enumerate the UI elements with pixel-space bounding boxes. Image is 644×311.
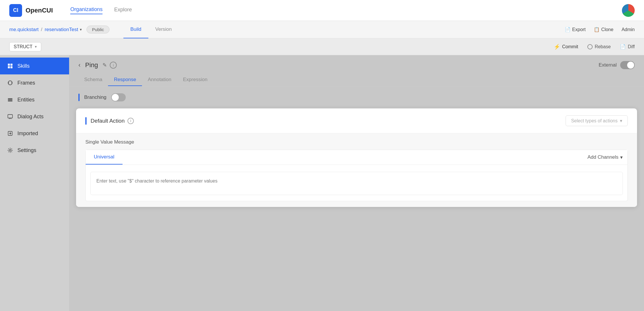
main-panel: Default Action i Select types of actions… [76,108,637,207]
struct-select[interactable]: STRUCT ▾ [9,42,41,51]
imported-icon [7,130,13,137]
top-nav-right [622,4,635,17]
sidebar-item-settings[interactable]: Settings [0,142,69,159]
app-name: OpenCUI [26,7,53,14]
svg-rect-9 [8,101,12,101]
top-nav-links: Organizations Explore [70,6,132,14]
toggle-knob [627,62,634,69]
svg-rect-2 [8,66,10,68]
svg-rect-7 [8,98,12,99]
channel-tabs: Universal Add Channels ▾ [86,150,627,165]
content-tabs: Schema Response Annotation Expression [69,69,644,86]
chevron-down-icon: ▾ [80,27,82,32]
logo-area: CI OpenCUI [9,4,53,17]
sidebar-item-skills[interactable]: Skills [0,58,69,74]
logo-icon: CI [9,4,22,17]
diff-button[interactable]: 📄 Diff [620,44,635,49]
top-nav: CI OpenCUI Organizations Explore [0,0,644,21]
back-button[interactable]: ‹ [78,61,80,69]
admin-button[interactable]: Admin [622,27,635,32]
export-button[interactable]: 📄 Export [565,27,586,32]
message-input[interactable] [90,172,623,195]
svg-point-6 [11,82,12,83]
rebase-button[interactable]: Rebase [587,44,611,49]
select-actions-placeholder: Select types of actions [571,118,618,124]
clone-icon: 📋 [594,27,600,32]
export-icon: 📄 [565,27,571,32]
branching-toggle[interactable] [111,93,126,101]
dialog-acts-icon [7,113,13,120]
svm-title: Single Value Message [85,139,628,145]
tab-universal[interactable]: Universal [86,150,123,165]
nav-link-explore[interactable]: Explore [114,7,132,14]
breadcrumb-bar: me.quickstart / reservationTest ▾ Public… [0,21,644,38]
breadcrumb-right-actions: 📄 Export 📋 Clone Admin [565,27,635,32]
sidebar-item-frames[interactable]: Frames [0,74,69,91]
toolbar: STRUCT ▾ ⚡ Commit Rebase 📄 Diff [0,38,644,55]
svg-rect-3 [10,66,12,68]
content-area: ‹ Ping ✎ i External Schema Response Anno… [69,55,644,311]
breadcrumb-project[interactable]: reservationTest ▾ [45,27,82,33]
default-action-bar [85,117,87,125]
breadcrumb-tabs: Build Version [123,21,179,38]
tab-response[interactable]: Response [108,74,142,86]
tab-version[interactable]: Version [148,21,179,38]
svm-section: Single Value Message Universal Add Chann… [76,133,637,207]
branching-row: Branching [69,86,644,108]
tab-annotation[interactable]: Annotation [142,74,177,86]
add-channels-button[interactable]: Add Channels ▾ [583,150,627,165]
skills-icon [7,63,13,69]
info-icon[interactable]: i [110,62,117,69]
chevron-down-icon: ▾ [620,154,623,160]
breadcrumb-sep: / [41,27,42,33]
sidebar-item-entities[interactable]: Entities [0,91,69,108]
chevron-down-icon: ▾ [35,44,37,49]
skill-title: Ping [85,61,98,69]
tab-schema[interactable]: Schema [78,74,108,86]
diff-icon: 📄 [620,44,626,49]
breadcrumb-tag[interactable]: Public [87,26,109,33]
svg-rect-10 [8,115,12,118]
commit-icon: ⚡ [554,44,560,50]
svg-rect-0 [8,64,10,66]
sidebar-item-dialog-acts[interactable]: Dialog Acts [0,108,69,125]
default-action-title: Default Action [91,118,125,124]
dropdown-chevron-icon: ▾ [620,118,622,124]
svg-rect-8 [8,99,12,100]
info-circle-icon[interactable]: i [127,118,134,124]
breadcrumb-org[interactable]: me.quickstart [9,27,39,33]
edit-icon[interactable]: ✎ [102,62,107,68]
sidebar-item-imported[interactable]: Imported [0,125,69,142]
nav-link-organizations[interactable]: Organizations [70,6,102,14]
sidebar: Skills Frames Entities Dialog Acts Impor… [0,55,69,311]
entities-icon [7,96,13,103]
commit-button[interactable]: ⚡ Commit [554,44,578,50]
external-toggle: External [599,61,635,69]
svg-rect-1 [10,64,12,66]
svg-point-5 [8,82,9,83]
frames-icon [7,80,13,86]
avatar [622,4,635,17]
toggle-off-knob [112,94,119,101]
rebase-icon [587,44,593,49]
external-toggle-switch[interactable] [620,61,635,69]
clone-button[interactable]: 📋 Clone [594,27,614,32]
select-actions-dropdown[interactable]: Select types of actions ▾ [566,115,628,126]
branching-label: Branching [84,94,107,100]
tab-build[interactable]: Build [123,21,148,38]
toolbar-right: ⚡ Commit Rebase 📄 Diff [554,44,635,50]
settings-icon [7,147,13,153]
svg-point-12 [9,149,11,151]
skill-header: ‹ Ping ✎ i External [69,55,644,69]
tab-expression[interactable]: Expression [177,74,213,86]
main-layout: Skills Frames Entities Dialog Acts Impor… [0,55,644,311]
external-label: External [599,62,617,68]
default-action-header: Default Action i Select types of actions… [76,108,637,133]
skill-icons: ✎ i [102,62,117,69]
branching-bar [78,94,80,101]
